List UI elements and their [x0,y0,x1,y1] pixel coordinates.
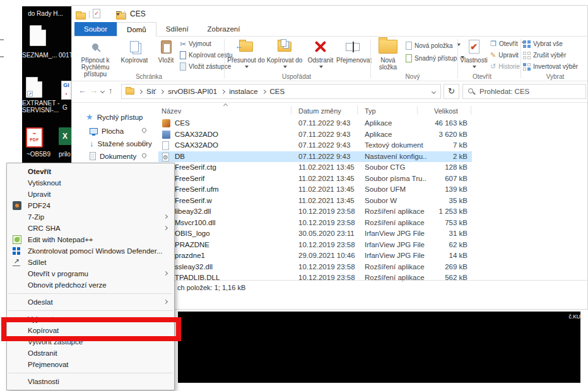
file-row[interactable]: CES07.11.2022 9:43Aplikace46 163 kB [158,118,472,129]
crumb-instalace[interactable]: instalace [229,88,257,95]
history-button[interactable]: ↺ Historie [490,61,520,72]
star-icon: ★ [86,112,93,122]
context-menu-item[interactable]: Odeslat [7,296,174,308]
tab-domu[interactable]: Domů [117,22,156,37]
file-size: 7 kB [408,141,467,149]
desktop-icon-ob5b9[interactable]: ~OB5B9 [22,151,55,158]
context-menu-item[interactable]: CRC SHA [7,223,174,234]
column-divider[interactable] [471,106,471,115]
up-button[interactable]: ↑ [109,86,113,95]
pin-quick-access-button[interactable]: Připnout k Rychlému přístupu [75,38,115,77]
menu-item-label: Otevřít [28,168,51,175]
context-menu-item[interactable]: 7-Zip [7,211,174,223]
select-all-button[interactable]: Vybrat vše [523,38,563,49]
context-menu-item[interactable]: Vytisknout [7,177,174,189]
context-menu-item[interactable]: ↗Sdílet [7,257,174,268]
menu-item-label: Vytisknout [28,179,61,187]
select-none-button[interactable]: Zrušit výběr [523,50,566,61]
context-menu-item[interactable]: Přejmenovat [7,359,174,370]
dropdown-caret-icon [283,66,287,70]
recent-locations-chevron-icon[interactable] [100,89,105,93]
back-button[interactable]: ← [78,86,86,95]
file-date: 11.02.2021 13:45 [298,197,355,204]
file-size: 753 kB [408,219,467,226]
context-menu-item[interactable]: Upravit [7,189,174,200]
pdf-file-icon[interactable]: ⌁ PDF [26,127,43,148]
sidebar-item-quick-access[interactable]: ★ Rychlý přístup [86,112,143,122]
properties-button[interactable]: ✔ Vlastnosti [459,38,488,77]
context-menu-item[interactable]: Edit with Notepad++ [7,234,174,245]
address-dropdown-chevron-icon[interactable] [432,89,436,93]
context-menu-item[interactable]: Zkontrolovat pomocí Windows Defender... [7,245,174,257]
column-header-datum[interactable]: Datum změny [298,107,341,115]
desktop-icon-extranet-line1[interactable]: EXTRANET - [22,100,59,107]
move-to-button[interactable]: ← Přesunout do [226,38,266,77]
file-row[interactable]: ⚙DB07.11.2022 9:43Nastavení konfigu...2 … [158,151,472,163]
context-menu-item[interactable]: Obnovit předchozí verze [7,279,174,291]
shortcut-document-icon[interactable]: ↗ [26,77,42,98]
search-box[interactable]: Prohledat: CES [462,84,586,99]
file-row[interactable]: prazdne129.09.2021 10:46IrfanView JPG Fi… [158,250,472,262]
rename-icon [346,43,360,51]
column-divider[interactable] [357,106,358,115]
location-folder-icon [126,88,134,95]
tab-sdileni[interactable]: Sdílení [156,22,198,36]
desktop-icon-001te[interactable]: 001TE [59,52,71,59]
desktop-icon-g[interactable]: G [62,104,68,111]
excel-file-icon[interactable]: X [59,127,71,145]
column-header-typ[interactable]: Typ [365,107,376,115]
refresh-button[interactable]: ↻ [444,84,459,99]
delete-button[interactable]: Odstranit [306,38,335,77]
gi-app-icon[interactable]: GI▪ [61,81,71,100]
file-row[interactable]: CSAX32ADO07.11.2022 9:43Textový dokument… [158,140,472,151]
customize-toolbar-chevron-icon[interactable] [115,11,121,16]
crumb-ces[interactable]: CES [270,88,285,95]
file-row[interactable]: CSAX32ADO07.11.2022 9:43Aplikace3 620 kB [158,129,472,141]
column-header-velikost[interactable]: Velikost [434,107,458,115]
context-menu-item[interactable]: Odstranit [7,347,174,359]
file-row[interactable]: ⚙ssleay32.dll10.12.2019 23:58Rozšíření a… [158,262,472,273]
file-row[interactable]: FreeSerif.ctg11.02.2021 13:45Soubor CTG1… [158,162,472,173]
file-row[interactable]: ⚙Msvcr100.dll10.12.2019 23:58Rozšíření a… [158,218,472,229]
file-row[interactable]: FreeSerif.w11.02.2021 13:45Soubor W35 kB [158,196,472,207]
breadcrumb[interactable]: Síť srvOBIS-API01 instalace CES [121,84,441,99]
new-folder-button[interactable]: Nová složka [373,38,403,77]
new-item-button[interactable]: Nová položka [406,40,461,51]
context-menu-item[interactable]: PDF24 [7,200,174,211]
copy-pages-icon [281,39,286,47]
rename-button[interactable]: Přejmenovat [336,38,369,77]
context-menu-item[interactable]: Otevřít v programu [7,268,174,279]
context-menu-item[interactable]: Otevřít [7,166,174,177]
invert-selection-button[interactable]: Invertovat výběr [523,61,578,72]
sidebar-item-plocha[interactable]: Plocha [90,125,124,136]
file-row[interactable]: FreeSerif11.02.2021 13:45Soubor písma Tr… [158,173,472,185]
copy-button[interactable]: Kopírovat [117,38,152,77]
forward-button[interactable]: → [90,86,98,95]
column-divider[interactable] [417,106,418,115]
file-row[interactable]: ⚙libeay32.dll10.12.2019 23:58Rozšíření a… [158,206,472,218]
crumb-sit[interactable]: Síť [146,88,156,95]
file-row[interactable]: PRAZDNE10.12.2019 23:58IrfanView JPG Fil… [158,240,472,251]
tab-soubor[interactable]: Soubor [74,22,117,36]
properties-quick-icon[interactable]: ✓ [93,9,100,18]
tab-zobrazeni[interactable]: Zobrazení [198,22,250,36]
file-size: 139 kB [408,185,467,193]
crumb-separator-icon [160,89,164,93]
desktop-icon-seznam[interactable]: SEZNAM_... [22,52,55,59]
column-divider[interactable] [291,106,291,115]
file-row[interactable]: FreeSerif.ufm11.02.2021 13:45Soubor UFM1… [158,184,472,196]
desktop-icon-prilo[interactable]: prilo [59,151,71,158]
crumb-server[interactable]: srvOBIS-API01 [168,88,217,95]
cut-button[interactable]: ✂ Vyjmout [180,38,211,49]
copy-to-button[interactable]: Kopírovat do [266,38,303,77]
desktop-icon-do-rady[interactable]: do Rady H... [22,10,69,17]
paste-button[interactable]: Vložit [153,38,179,77]
file-row[interactable]: OBIS_logo30.05.2020 23:11IrfanView JPG F… [158,228,472,240]
sidebar-item-dokumenty[interactable]: Dokumenty [90,151,136,161]
desktop-icon-extranet-line2[interactable]: SERVISNÍ-... [22,107,59,114]
column-header-nazev[interactable]: Název [162,107,181,115]
document-icon[interactable] [30,25,46,46]
easy-access-button[interactable]: Snadný přístup [406,53,464,64]
context-menu-item[interactable]: Vlastnosti [7,376,174,387]
edit-button[interactable]: ✎ Upravit [490,50,519,61]
